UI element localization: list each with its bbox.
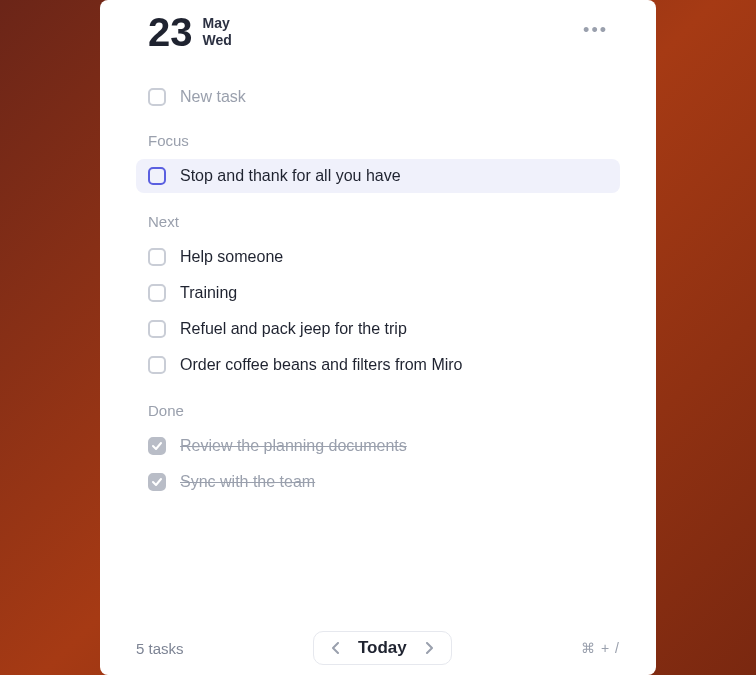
chevron-right-icon: [425, 642, 433, 654]
task-text: Refuel and pack jeep for the trip: [180, 320, 407, 338]
task-row[interactable]: Help someone: [136, 240, 620, 274]
date-weekday: Wed: [203, 32, 232, 49]
section-focus: Focus Stop and thank for all you have: [136, 132, 620, 193]
check-icon: [152, 477, 162, 487]
section-done: Done Review the planning documents Sync …: [136, 402, 620, 499]
task-text: Stop and thank for all you have: [180, 167, 401, 185]
task-text: Review the planning documents: [180, 437, 407, 455]
section-label-next: Next: [136, 213, 620, 230]
task-row[interactable]: Training: [136, 276, 620, 310]
task-text: Help someone: [180, 248, 283, 266]
more-menu-button[interactable]: •••: [583, 12, 608, 49]
new-task-checkbox[interactable]: [148, 88, 166, 106]
task-checkbox[interactable]: [148, 320, 166, 338]
keyboard-shortcut-hint: ⌘ + /: [581, 640, 620, 656]
task-row[interactable]: Review the planning documents: [136, 429, 620, 463]
task-checkbox[interactable]: [148, 248, 166, 266]
task-row[interactable]: Sync with the team: [136, 465, 620, 499]
date-month: May: [203, 15, 232, 32]
task-text: Order coffee beans and filters from Miro: [180, 356, 463, 374]
new-task-input-row[interactable]: New task: [136, 84, 620, 110]
task-checkbox-checked[interactable]: [148, 437, 166, 455]
task-row[interactable]: Refuel and pack jeep for the trip: [136, 312, 620, 346]
section-label-done: Done: [136, 402, 620, 419]
footer: 5 tasks Today ⌘ + /: [100, 621, 656, 675]
date-navigator: Today: [313, 631, 452, 665]
ellipsis-icon: •••: [583, 20, 608, 40]
next-day-button[interactable]: [417, 638, 441, 658]
task-count: 5 tasks: [136, 640, 184, 657]
task-checkbox[interactable]: [148, 356, 166, 374]
check-icon: [152, 441, 162, 451]
date-meta: May Wed: [203, 15, 232, 49]
chevron-left-icon: [332, 642, 340, 654]
task-checkbox-checked[interactable]: [148, 473, 166, 491]
task-text: Training: [180, 284, 237, 302]
new-task-placeholder: New task: [180, 88, 246, 106]
task-row[interactable]: Stop and thank for all you have: [136, 159, 620, 193]
app-card: 23 May Wed ••• New task Focus Stop and t…: [100, 0, 656, 675]
today-button[interactable]: Today: [352, 638, 413, 658]
task-checkbox[interactable]: [148, 284, 166, 302]
task-text: Sync with the team: [180, 473, 315, 491]
task-row[interactable]: Order coffee beans and filters from Miro: [136, 348, 620, 382]
body: New task Focus Stop and thank for all yo…: [100, 52, 656, 675]
date-block: 23 May Wed: [148, 12, 232, 52]
section-label-focus: Focus: [136, 132, 620, 149]
date-day-number: 23: [148, 12, 193, 52]
header: 23 May Wed •••: [100, 0, 656, 52]
task-checkbox[interactable]: [148, 167, 166, 185]
prev-day-button[interactable]: [324, 638, 348, 658]
section-next: Next Help someone Training Refuel and pa…: [136, 213, 620, 382]
